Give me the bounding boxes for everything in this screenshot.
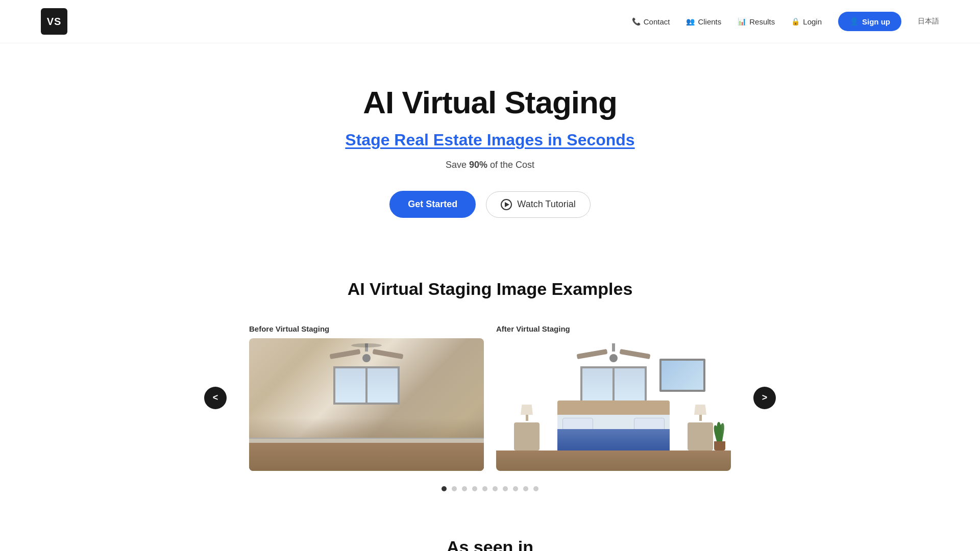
window-after [580, 366, 647, 405]
dot-7[interactable] [513, 486, 518, 491]
ceiling-fan-after [577, 343, 650, 362]
nightstand-left [514, 422, 540, 450]
login-icon: 🔒 [791, 17, 800, 26]
before-panel: Before Virtual Staging [249, 324, 484, 471]
examples-section: AI Virtual Staging Image Examples < Befo… [0, 248, 980, 512]
nav-clients[interactable]: 👥 Clients [686, 17, 721, 26]
dot-2[interactable] [462, 486, 467, 491]
after-image [496, 338, 731, 471]
nav-results-label: Results [749, 17, 775, 26]
dot-0[interactable] [442, 486, 447, 491]
hero-buttons: Get Started Watch Tutorial [20, 191, 960, 218]
lamp-shade-left [521, 405, 533, 415]
nav-results[interactable]: 📊 Results [738, 17, 775, 26]
logo[interactable]: VS [41, 8, 67, 35]
signup-label: Sign up [862, 17, 890, 26]
carousel-prev-button[interactable]: < [204, 387, 227, 409]
dot-9[interactable] [533, 486, 538, 491]
nav-login[interactable]: 🔒 Login [791, 17, 822, 26]
nav-links: 📞 Contact 👥 Clients 📊 Results 🔒 Login 👤 … [632, 12, 939, 31]
plant-body [713, 410, 727, 450]
hero-subtitle: Stage Real Estate Images in Seconds [20, 131, 960, 149]
wall-art [659, 359, 705, 392]
nav-contact-label: Contact [644, 17, 670, 26]
nav-login-label: Login [803, 17, 822, 26]
dot-6[interactable] [503, 486, 508, 491]
results-icon: 📊 [738, 17, 746, 26]
fan-blade-1 [330, 349, 361, 359]
hero-section: AI Virtual Staging Stage Real Estate Ima… [0, 43, 980, 248]
dot-4[interactable] [482, 486, 487, 491]
language-selector[interactable]: 日本語 [918, 17, 939, 26]
dot-1[interactable] [452, 486, 457, 491]
fan-blade-a1 [577, 349, 608, 359]
lamp-left [521, 405, 533, 421]
dot-5[interactable] [493, 486, 498, 491]
headboard [557, 400, 670, 415]
window-before [333, 366, 400, 405]
bed [557, 400, 670, 450]
as-seen-in-title: As seen in [20, 537, 960, 551]
lamp-base-left [526, 415, 528, 421]
floor-after [496, 450, 731, 471]
dot-3[interactable] [472, 486, 477, 491]
carousel-dots [20, 486, 960, 491]
baseboard-heater [249, 438, 484, 443]
carousel: < Before Virtual Staging [235, 324, 745, 471]
after-label: After Virtual Staging [496, 324, 570, 333]
savings-percentage: 90% [469, 160, 487, 170]
before-image [249, 338, 484, 471]
plant-pot [714, 441, 725, 450]
signup-button[interactable]: 👤 Sign up [838, 12, 901, 31]
fan-stem [365, 343, 368, 352]
savings-prefix: Save [446, 160, 469, 170]
fan-blade-a2 [620, 349, 651, 359]
hero-savings: Save 90% of the Cost [20, 160, 960, 170]
carousel-next-button[interactable]: > [753, 387, 776, 409]
after-panel: After Virtual Staging [496, 324, 731, 471]
fan-blades-after [577, 352, 650, 357]
lamp-base-right [699, 415, 702, 421]
phone-icon: 📞 [632, 17, 641, 26]
as-seen-in-section: As seen in [0, 512, 980, 551]
nightstand-right [688, 422, 713, 450]
lamp-right [694, 405, 706, 421]
savings-suffix: of the Cost [487, 160, 534, 170]
dot-8[interactable] [523, 486, 528, 491]
play-triangle [505, 202, 509, 207]
blanket [557, 429, 670, 450]
window-divider [365, 368, 368, 403]
plant [713, 410, 727, 450]
window-divider-after [612, 368, 615, 403]
hero-title: AI Virtual Staging [20, 84, 960, 120]
play-icon [501, 199, 512, 210]
clients-icon: 👥 [686, 17, 695, 26]
examples-title: AI Virtual Staging Image Examples [20, 279, 960, 299]
before-label: Before Virtual Staging [249, 324, 329, 333]
lamp-shade-right [694, 405, 706, 415]
fan-stem-after [612, 343, 615, 352]
nav-clients-label: Clients [698, 17, 721, 26]
ceiling-fan-before [330, 343, 403, 362]
watch-tutorial-button[interactable]: Watch Tutorial [486, 191, 590, 218]
get-started-button[interactable]: Get Started [389, 191, 476, 218]
nav-contact[interactable]: 📞 Contact [632, 17, 670, 26]
fan-blade-2 [373, 349, 404, 359]
signup-icon: 👤 [849, 17, 859, 26]
logo-text: VS [47, 16, 62, 28]
fan-blades [330, 352, 403, 357]
navbar: VS 📞 Contact 👥 Clients 📊 Results 🔒 Login… [0, 0, 980, 43]
floor [249, 443, 484, 471]
mattress [557, 415, 670, 450]
watch-tutorial-label: Watch Tutorial [517, 199, 575, 210]
